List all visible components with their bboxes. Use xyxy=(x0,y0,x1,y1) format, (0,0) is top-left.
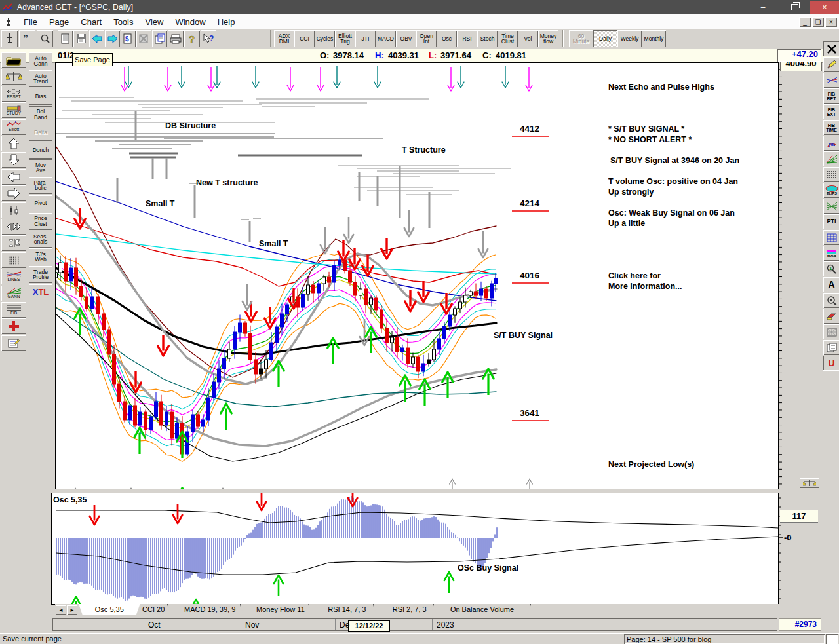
trendlines-tool-button[interactable] xyxy=(823,73,839,88)
mob-button[interactable]: MOB xyxy=(823,246,839,261)
help-button[interactable]: ? xyxy=(184,30,200,47)
menu-item-help[interactable]: Help xyxy=(212,16,241,28)
close-button[interactable]: × xyxy=(810,1,839,14)
oscillator-chart[interactable]: Osc 5,35OSc Buy Signal xyxy=(52,493,778,604)
new-page-button[interactable] xyxy=(58,30,73,47)
indicator-button-open[interactable]: Open Int xyxy=(416,30,437,47)
pages-tool-button[interactable] xyxy=(823,340,839,355)
indicator-button-cycles[interactable]: Cycles xyxy=(315,30,335,47)
blue-grid-button[interactable] xyxy=(823,230,839,245)
indicator-button-stoch[interactable]: Stoch xyxy=(477,30,498,47)
timeframe-button-monthly[interactable]: Monthly xyxy=(642,30,666,47)
ellipse-tool-button[interactable]: ELIPS xyxy=(823,183,839,198)
split-icon[interactable] xyxy=(1,235,26,251)
text-tool-button[interactable]: A xyxy=(823,277,839,292)
fib-arc-button[interactable]: FIB xyxy=(823,136,839,151)
indicator-button-osc[interactable]: Osc xyxy=(437,30,457,47)
chart-dollar-button[interactable]: $ xyxy=(121,30,136,47)
indicator-button-cci[interactable]: CCI xyxy=(294,30,315,47)
menu-item-tools[interactable]: Tools xyxy=(107,16,139,28)
fib-extension-button[interactable]: FIB EXT xyxy=(823,104,839,119)
gann-button[interactable]: GANN xyxy=(1,286,26,301)
indicator-button-money[interactable]: Money flow xyxy=(538,30,558,47)
study-button-tjs[interactable]: TJ's Web xyxy=(29,248,52,265)
study-button-trade[interactable]: Trade Profile xyxy=(29,266,52,283)
crosshair-icon[interactable] xyxy=(1,318,26,334)
menu-item-page[interactable]: Page xyxy=(43,16,75,28)
boxed-date[interactable]: 12/12/22 xyxy=(348,620,390,632)
arrow-up-icon[interactable] xyxy=(1,136,26,151)
indicator-button-time[interactable]: Time Clust xyxy=(498,30,518,47)
study-button-pivot[interactable]: Pivot xyxy=(29,195,52,212)
fan-tool-button[interactable] xyxy=(823,151,839,166)
study-button-para[interactable]: Para- bolic xyxy=(29,177,52,194)
study-button-bol[interactable]: Bol Band xyxy=(29,106,52,123)
minimize-button[interactable]: – xyxy=(747,1,779,14)
lines-button[interactable]: LINES xyxy=(1,269,26,284)
eraser-tool-button[interactable] xyxy=(823,309,839,324)
prev-page-button[interactable] xyxy=(89,30,104,47)
menu-item-chart[interactable]: Chart xyxy=(75,16,107,28)
quotes-button[interactable]: ” xyxy=(19,30,35,47)
child-minimize-button[interactable]: _ xyxy=(799,17,811,27)
arrow-left-icon[interactable] xyxy=(1,169,26,185)
pti-button[interactable]: PTI xyxy=(823,214,839,229)
grid-tool-button[interactable] xyxy=(823,167,839,182)
study-button[interactable]: STUDY xyxy=(1,102,26,118)
pin-button[interactable] xyxy=(1,30,18,47)
tab-scroll-right[interactable]: ► xyxy=(67,605,77,615)
indicator-button-vol[interactable]: Vol xyxy=(518,30,538,47)
find-bar-button[interactable]: 1 xyxy=(823,261,839,276)
menu-item-window[interactable]: Window xyxy=(169,16,211,28)
properties-icon[interactable] xyxy=(1,335,26,351)
timeframe-button-weekly[interactable]: Weekly xyxy=(617,30,642,47)
study-button-auto[interactable]: Auto Gann xyxy=(29,52,52,69)
fib-time-button[interactable]: FIB TIME xyxy=(823,120,839,135)
context-help-button[interactable]: ? xyxy=(201,30,216,47)
scales-icon[interactable] xyxy=(1,69,26,85)
tab-osc-5-35[interactable]: Osc 5,35 xyxy=(79,604,140,615)
study-button-seas[interactable]: Seas- onals xyxy=(29,231,52,248)
save-page-button[interactable] xyxy=(73,30,88,47)
study-button-bias[interactable]: Bias xyxy=(29,88,52,105)
main-chart[interactable]: 4412421440163641DB StructureT StructureN… xyxy=(56,63,778,489)
fib-retrace-button[interactable]: FIB RET xyxy=(823,88,839,104)
fib-button[interactable]: FIB xyxy=(1,302,26,318)
scales-mini-button[interactable] xyxy=(800,478,819,488)
child-restore-button[interactable]: ❏ xyxy=(812,17,824,27)
indicator-button-macd[interactable]: MACD xyxy=(376,30,396,47)
arrow-down-icon[interactable] xyxy=(1,152,26,168)
tab-on-balance-volume[interactable]: On Balance Volume xyxy=(433,604,531,615)
pencil-tool-button[interactable] xyxy=(823,57,839,72)
timeframe-button-60[interactable]: 60 Minute xyxy=(569,30,593,47)
indicator-button-jti[interactable]: JTI xyxy=(355,30,376,47)
arrow-right-icon[interactable] xyxy=(1,185,26,201)
tab-scroll-left[interactable]: ◄ xyxy=(56,605,66,615)
chart-close-button[interactable] xyxy=(136,30,151,47)
study-button-xtl[interactable]: XTL xyxy=(29,284,52,301)
elliott-button[interactable]: Elliott xyxy=(1,119,26,135)
timeframe-button-daily[interactable]: Daily xyxy=(593,30,617,47)
crossfan-tool-button[interactable] xyxy=(823,199,839,214)
mdi-child-icon[interactable] xyxy=(3,17,14,26)
indicator-button-elliott[interactable]: Elliott Trig xyxy=(335,30,355,47)
compare-icon[interactable] xyxy=(1,219,26,235)
indicator-button-obv[interactable]: OBV xyxy=(396,30,416,47)
indicator-button-rsi[interactable]: RSI xyxy=(457,30,477,47)
bar-shift-icon[interactable] xyxy=(1,202,26,218)
child-close-button[interactable]: × xyxy=(825,17,837,27)
magnet-snap-button[interactable]: U xyxy=(823,356,839,371)
zoom-in-button[interactable] xyxy=(823,293,839,308)
menu-item-file[interactable]: File xyxy=(18,16,43,28)
delete-tool-button[interactable] xyxy=(823,41,839,56)
grid-icon[interactable] xyxy=(1,252,26,268)
study-button-price[interactable]: Price Clust xyxy=(29,213,52,230)
study-button-donch[interactable]: Donch xyxy=(29,142,52,159)
next-page-button[interactable] xyxy=(105,30,120,47)
study-button-delta[interactable]: Delta xyxy=(29,124,52,141)
reset-button[interactable]: RESET xyxy=(1,86,26,102)
search-button[interactable] xyxy=(37,30,53,47)
pattern-tool-button[interactable] xyxy=(823,324,839,339)
restore-button[interactable] xyxy=(779,1,810,14)
study-button-mov[interactable]: Mov Ave xyxy=(29,159,52,176)
